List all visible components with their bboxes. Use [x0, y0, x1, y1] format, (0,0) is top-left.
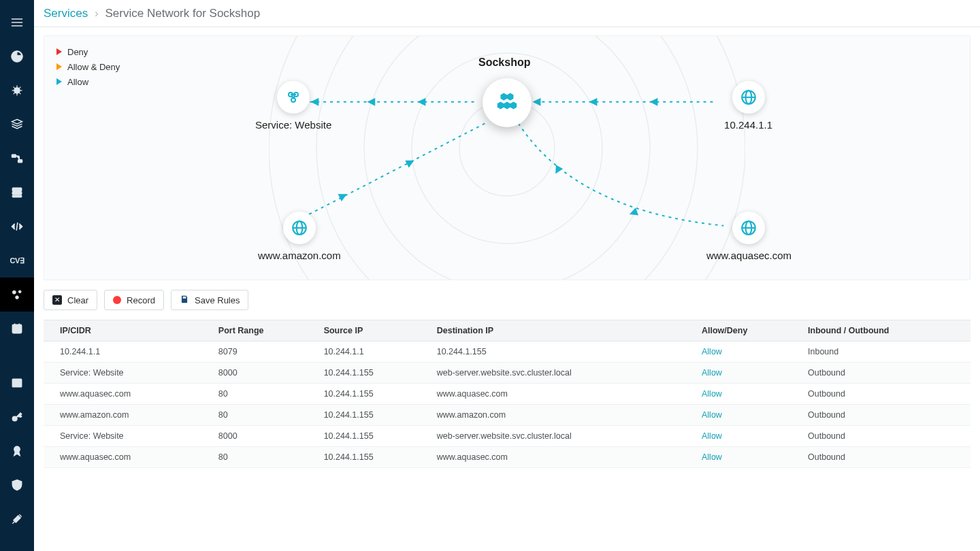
sidebar: CV∃	[0, 0, 34, 551]
table-header-row: IP/CIDR Port Range Source IP Destination…	[44, 320, 970, 341]
cell-dst: www.aquasec.com	[430, 384, 695, 405]
cell-dst: web-server.website.svc.cluster.local	[430, 363, 695, 384]
table-row[interactable]: 10.244.1.1807910.244.1.110.244.1.155Allo…	[44, 341, 970, 363]
nav-ship-wheel[interactable]	[0, 73, 34, 107]
cell-allow-deny[interactable]: Allow	[695, 341, 801, 363]
nav-cve[interactable]: CV∃	[0, 244, 34, 278]
svg-point-16	[18, 290, 21, 293]
cell-dst: www.amazon.com	[430, 405, 695, 426]
cell-ip: www.aquasec.com	[44, 384, 212, 405]
col-dir[interactable]: Inbound / Outbound	[801, 320, 970, 341]
svg-point-29	[12, 416, 17, 421]
cell-ip: Service: Website	[44, 426, 212, 447]
nav-servers[interactable]	[0, 176, 34, 210]
rules-table: IP/CIDR Port Range Source IP Destination…	[44, 320, 970, 468]
table-row[interactable]: Service: Website800010.244.1.155web-serv…	[44, 426, 970, 447]
svg-marker-43	[650, 98, 658, 106]
nav-shield[interactable]	[0, 468, 34, 502]
svg-marker-45	[405, 157, 416, 168]
col-port[interactable]: Port Range	[212, 320, 317, 341]
nav-layers[interactable]	[0, 107, 34, 141]
svg-rect-25	[12, 379, 21, 387]
cell-allow-deny[interactable]: Allow	[695, 363, 801, 384]
cell-port: 80	[212, 447, 317, 468]
cell-src: 10.244.1.155	[317, 426, 430, 447]
cell-allow-deny[interactable]: Allow	[695, 426, 801, 447]
svg-point-30	[14, 446, 20, 452]
node-ip[interactable]: 10.244.1.1	[724, 81, 772, 131]
svg-rect-10	[12, 154, 16, 157]
table-row[interactable]: Service: Website800010.244.1.155web-serv…	[44, 363, 970, 384]
breadcrumb-root[interactable]: Services	[44, 7, 88, 20]
cell-allow-deny[interactable]: Allow	[695, 384, 801, 405]
record-button[interactable]: Record	[104, 290, 164, 310]
main: Services › Service Network for Sockshop …	[34, 0, 980, 551]
svg-line-8	[19, 87, 21, 88]
cell-allow-deny[interactable]: Allow	[695, 447, 801, 468]
col-ad[interactable]: Allow/Deny	[695, 320, 801, 341]
clear-button[interactable]: ✕ Clear	[44, 290, 97, 310]
cell-src: 10.244.1.155	[317, 405, 430, 426]
breadcrumb: Services › Service Network for Sockshop	[34, 0, 980, 27]
clear-icon: ✕	[52, 295, 62, 305]
save-icon	[180, 295, 189, 306]
graph-edges	[44, 36, 970, 278]
breadcrumb-current: Service Network for Sockshop	[105, 7, 261, 20]
cell-allow-deny[interactable]: Allow	[695, 405, 801, 426]
cell-src: 10.244.1.155	[317, 384, 430, 405]
cell-dir: Outbound	[801, 363, 970, 384]
svg-line-44	[290, 123, 485, 224]
cluster-icon	[494, 90, 520, 116]
cell-src: 10.244.1.155	[317, 363, 430, 384]
globe-icon	[740, 88, 757, 106]
network-graph: Deny Allow & Deny Allow	[44, 35, 970, 280]
svg-line-6	[14, 87, 16, 88]
nav-dashboard[interactable]	[0, 39, 34, 73]
table-row[interactable]: www.aquasec.com8010.244.1.155www.aquasec…	[44, 384, 970, 405]
svg-marker-41	[533, 98, 541, 106]
node-amazon[interactable]: www.amazon.com	[258, 212, 341, 261]
nav-services[interactable]	[0, 278, 34, 312]
record-icon	[113, 296, 121, 304]
cell-port: 80	[212, 405, 317, 426]
cell-ip: Service: Website	[44, 363, 212, 384]
cell-port: 8000	[212, 363, 317, 384]
table-row[interactable]: www.amazon.com8010.244.1.155www.amazon.c…	[44, 405, 970, 426]
col-src[interactable]: Source IP	[317, 320, 430, 341]
save-rules-button[interactable]: Save Rules	[171, 290, 248, 310]
cell-port: 80	[212, 384, 317, 405]
svg-rect-18	[12, 324, 21, 333]
cell-dir: Outbound	[801, 384, 970, 405]
svg-line-9	[14, 93, 16, 95]
svg-marker-38	[367, 98, 375, 106]
node-center[interactable]	[483, 78, 532, 127]
cell-dir: Outbound	[801, 447, 970, 468]
nav-calendar[interactable]	[0, 312, 34, 346]
nav-network[interactable]	[0, 141, 34, 176]
cell-src: 10.244.1.1	[317, 341, 430, 363]
svg-rect-12	[12, 188, 21, 190]
cell-ip: www.aquasec.com	[44, 447, 212, 468]
cell-dir: Outbound	[801, 405, 970, 426]
svg-rect-14	[12, 195, 21, 197]
nav-form[interactable]	[0, 366, 34, 400]
nav-badge[interactable]	[0, 434, 34, 468]
cell-src: 10.244.1.155	[317, 447, 430, 468]
cell-ip: www.amazon.com	[44, 405, 212, 426]
cell-dst: 10.244.1.155	[430, 341, 695, 363]
svg-marker-48	[628, 207, 638, 218]
node-aquasec[interactable]: www.aquasec.com	[706, 212, 791, 261]
col-ip[interactable]: IP/CIDR	[44, 320, 212, 341]
nav-key[interactable]	[0, 400, 34, 434]
table-row[interactable]: www.aquasec.com8010.244.1.155www.aquasec…	[44, 447, 970, 468]
node-website[interactable]: Service: Website	[255, 81, 331, 131]
svg-point-17	[16, 296, 19, 299]
cell-dir: Inbound	[801, 341, 970, 363]
cell-dir: Outbound	[801, 426, 970, 447]
nav-tools[interactable]	[0, 502, 34, 536]
cell-dst: web-server.website.svc.cluster.local	[430, 426, 695, 447]
col-dst[interactable]: Destination IP	[430, 320, 695, 341]
nav-code[interactable]	[0, 210, 34, 244]
hamburger-icon[interactable]	[0, 5, 34, 39]
cell-port: 8000	[212, 426, 317, 447]
